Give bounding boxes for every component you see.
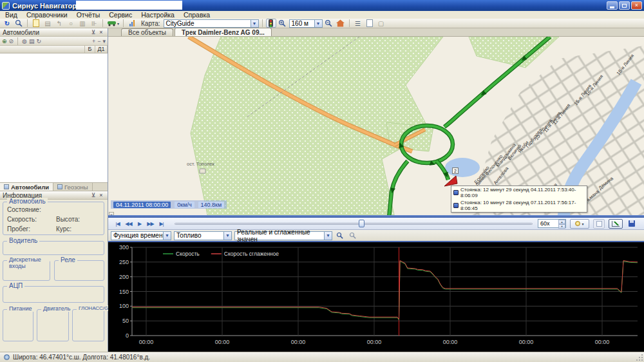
filter-vehicle-button[interactable]: ⊘ (9, 38, 14, 44)
slider-track[interactable] (175, 223, 533, 225)
car-icon (107, 20, 117, 26)
speed-value: 60x (540, 220, 550, 227)
menu-servis[interactable]: Сервис (109, 11, 132, 19)
column-name[interactable] (0, 46, 85, 53)
redacted-title-area (76, 1, 182, 10)
fuel-select[interactable]: Топливо▼ (174, 231, 232, 240)
resize-grip[interactable] (636, 354, 643, 361)
find-vehicle-button[interactable]: ⊕ (2, 38, 7, 44)
zoom-out-button[interactable] (324, 19, 334, 28)
bulb-icon (575, 221, 580, 226)
tab-vehicles[interactable]: Автомобили (0, 183, 53, 191)
rewind-button[interactable]: ◀◀ (123, 219, 134, 228)
edit-notes-button[interactable] (365, 19, 375, 28)
chart-zoom-out-button[interactable] (348, 231, 358, 240)
restore-button[interactable] (619, 1, 630, 10)
state-label: Состояние: (7, 206, 41, 213)
tab-geozones[interactable]: Геозоны (53, 183, 93, 191)
stop-tooltip: Стоянка: 12 минут 29 секунд 04.11.2011 7… (451, 186, 587, 213)
statistics-button[interactable] (127, 19, 137, 28)
vehicles-grid-header[interactable]: Б Д1 (0, 46, 108, 53)
close-button[interactable]: × (631, 1, 642, 10)
svg-text:00:00: 00:00 (443, 339, 458, 345)
disabled-tool-button-1[interactable]: ▤ (43, 19, 53, 28)
group-button[interactable]: ▤ (29, 38, 35, 44)
marker-count-badge[interactable]: 2 (452, 167, 459, 174)
zoom-in-button[interactable] (278, 19, 288, 28)
playback-speed-spinner[interactable]: 60x ▲▼ (538, 219, 566, 228)
vehicles-tab-icon (4, 184, 9, 189)
bar-chart-icon (129, 20, 135, 26)
show-chart-button[interactable] (609, 219, 623, 229)
home-button[interactable] (336, 19, 346, 28)
column-b[interactable]: Б (85, 46, 95, 53)
parking-icon[interactable] (453, 190, 459, 195)
chevron-down-icon: ▼ (251, 20, 258, 27)
add-button[interactable]: + (92, 38, 95, 44)
disabled-checkbox-button[interactable]: ▢ (376, 19, 386, 28)
zoom-in-icon (336, 232, 344, 240)
zoom-in-icon (278, 19, 287, 28)
values-mode-select[interactable]: Реальные и сглаженные значен▼ (234, 231, 332, 240)
disabled-tool-button-3[interactable]: ○ (66, 19, 76, 28)
skip-start-button[interactable]: |◀ (112, 219, 123, 228)
menu-spravka[interactable]: Справка (184, 11, 210, 19)
pin-icon[interactable]: ⊻ (90, 192, 97, 198)
close-icon[interactable]: × (97, 192, 105, 198)
column-d1[interactable]: Д1 (95, 46, 108, 53)
speed-chart[interactable]: 05010015020025030000:0000:0000:0000:0000… (108, 242, 644, 352)
remove-button[interactable]: − (97, 38, 100, 44)
refresh-list-button[interactable]: ↻ (36, 38, 41, 44)
globe-button[interactable]: ◍ (22, 38, 27, 44)
columns-button[interactable]: ▾ (102, 38, 106, 44)
skip-end-button[interactable]: ▶| (156, 219, 167, 228)
chevron-down-icon: ▾ (582, 222, 583, 226)
menu-bar: Вид Справочники Отчёты Сервис Настройка … (0, 11, 644, 19)
menu-vid[interactable]: Вид (5, 11, 17, 19)
fast-forward-button[interactable]: ▶▶ (145, 219, 156, 228)
legend-list-button[interactable]: ☰ (353, 19, 363, 28)
time-function-select[interactable]: Функция времени▼ (111, 231, 171, 240)
play-button[interactable]: ▶ (134, 219, 145, 228)
chart-controls: Функция времени▼ Топливо▼ Реальные и сгл… (108, 230, 644, 242)
map-scale-value: 160 м (292, 20, 308, 27)
map-select[interactable]: CityGuide ▼ (164, 19, 259, 28)
vehicles-panel: Автомобили ⊻ × ⊕ ⊘ ◍ ▤ ↻ + − ▾ Б Д1 Авто… (0, 28, 108, 352)
zoom-search-button[interactable] (14, 19, 24, 28)
svg-text:150: 150 (119, 289, 129, 295)
save-track-button[interactable] (627, 219, 637, 229)
spin-up-icon[interactable]: ▲ (558, 220, 565, 224)
tab-track[interactable]: Трек Daimler-Benz AG 09... (175, 28, 272, 36)
map-scale-select[interactable]: 160 м ▼ (289, 19, 323, 28)
vehicles-list[interactable] (0, 53, 108, 183)
close-icon[interactable]: × (97, 29, 105, 35)
vehicles-toolbar: ⊕ ⊘ ◍ ▤ ↻ + − ▾ (0, 37, 108, 46)
refresh-gps-button[interactable]: ↻ (2, 19, 12, 28)
slider-thumb[interactable] (359, 220, 365, 227)
disabled-tool-button-5[interactable]: ⊪ (89, 19, 99, 28)
menu-nastroyka[interactable]: Настройка (141, 11, 175, 19)
svg-text:00:00: 00:00 (291, 339, 306, 345)
vehicle-menu-button[interactable]: ▾ (106, 19, 120, 28)
chevron-down-icon: ▼ (314, 20, 322, 27)
chart-zoom-in-button[interactable] (335, 231, 345, 240)
report-doc-button[interactable] (31, 19, 41, 28)
traffic-jams-button[interactable] (266, 19, 276, 28)
pin-icon[interactable]: ⊻ (90, 29, 97, 35)
menu-otchety[interactable]: Отчёты (77, 11, 100, 19)
minimize-button[interactable] (607, 1, 618, 10)
toggle-follow-button[interactable] (593, 219, 605, 229)
tab-all-objects[interactable]: Все объекты (121, 28, 173, 36)
disabled-tool-button-2[interactable]: ↰ (54, 19, 64, 28)
glonass-group: ГЛОНАСС/GPS (72, 309, 104, 341)
disabled-tool-button-4[interactable]: ▥ (77, 19, 88, 28)
timeline-slider[interactable] (175, 219, 533, 228)
discrete-inputs-group: Дискретные входы (3, 260, 50, 281)
parking-icon[interactable] (453, 203, 459, 208)
show-stops-button[interactable]: ▾ (570, 219, 589, 229)
vehicles-panel-header: Автомобили ⊻ × (0, 28, 108, 37)
spin-down-icon[interactable]: ▼ (558, 224, 565, 229)
mileage-label: Пробег: (7, 225, 30, 233)
menu-spravochniki[interactable]: Справочники (26, 11, 68, 19)
track-distance: 140.8км (198, 202, 225, 208)
